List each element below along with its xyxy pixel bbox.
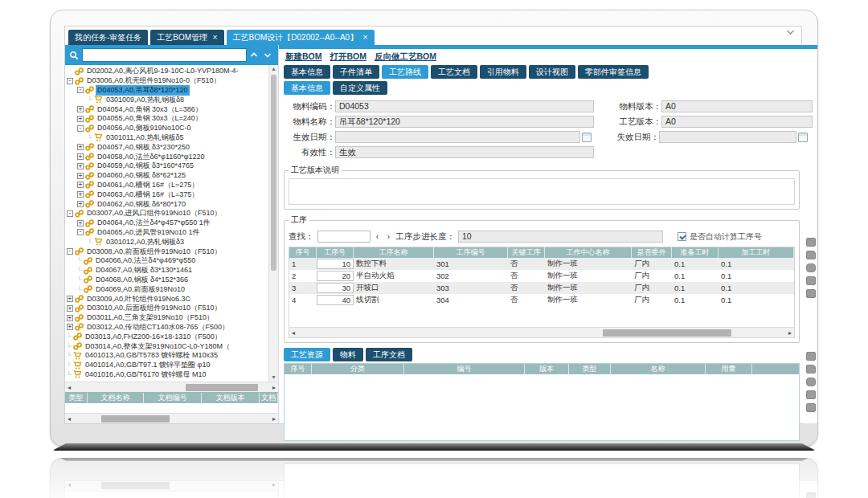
next-step-icon[interactable]: › — [385, 232, 393, 241]
effective-date-field[interactable] — [335, 131, 580, 143]
sub-tab[interactable]: 基本信息 — [284, 81, 330, 95]
search-next-icon[interactable] — [264, 52, 274, 58]
expand-icon[interactable]: + — [77, 220, 84, 227]
expand-icon[interactable]: + — [77, 116, 84, 122]
collapse-icon[interactable]: - — [67, 248, 73, 255]
detail-tab[interactable]: 设计视图 — [529, 65, 575, 79]
expand-icon[interactable]: + — [77, 201, 84, 207]
bom-action-link[interactable]: 新建BOM — [285, 51, 322, 63]
tree-item-label[interactable]: 0401016,A0,GB/T6170 镀锌螺母 M10 — [84, 369, 208, 380]
tree-item[interactable]: └D04067,A0,钢板 δ3*130*1461 — [67, 266, 267, 276]
tree-item[interactable]: +D04062,A0,钢板 δ6*80*170 — [67, 199, 267, 209]
auto-calc-checkbox[interactable] — [678, 232, 686, 241]
tree-item[interactable]: +D04055,A0,角钢 30x3（L=240） — [67, 114, 267, 124]
expand-icon[interactable]: + — [67, 324, 73, 330]
scroll-right-icon[interactable]: ▸ — [788, 329, 792, 337]
row-action-icon[interactable] — [806, 276, 816, 285]
expand-icon[interactable]: + — [77, 153, 84, 160]
tree-item[interactable]: +D04054,A0,角钢 30x3（L=386） — [67, 104, 267, 114]
tree-item[interactable]: +D04057,A0,钢板 δ3*230*250 — [67, 142, 267, 152]
tree-item[interactable]: +D03011,A0,三角支架919No10（F510） — [67, 313, 267, 323]
collapse-icon[interactable]: - — [67, 210, 73, 217]
expand-icon[interactable]: + — [77, 173, 84, 179]
calendar-icon[interactable] — [582, 133, 592, 142]
collapse-icon[interactable]: - — [77, 229, 84, 235]
tree-item[interactable]: └0301009,A0,热轧钢板δ8 — [67, 95, 267, 104]
tree-item[interactable]: └0301011,A0,热轧钢板δ5 — [67, 133, 267, 143]
process-version-field[interactable]: A0 — [661, 116, 813, 128]
window-menu-chevron-icon[interactable] — [786, 29, 795, 35]
scrollbar-thumb[interactable] — [186, 384, 258, 391]
tree-vertical-scrollbar[interactable]: ▲ ▼ — [268, 65, 278, 382]
resource-tab[interactable]: 工序文档 — [366, 348, 412, 361]
row-action-icon[interactable] — [806, 390, 816, 399]
window-tab[interactable]: 我的任务-审签任务 — [68, 30, 148, 45]
expand-icon[interactable]: + — [77, 144, 84, 150]
tree-item[interactable]: +D04060,A0,钢板 δ8*62*125 — [67, 171, 267, 181]
detail-tab[interactable]: 基本信息 — [284, 65, 330, 79]
tree-item[interactable]: └0401016,A0,GB/T6170 镀锌螺母 M10 — [67, 370, 267, 380]
expand-icon[interactable]: + — [67, 315, 73, 321]
detail-tab[interactable]: 子件清单 — [333, 65, 379, 79]
tree-horizontal-scrollbar[interactable]: ◂ ▸ — [65, 382, 278, 392]
row-action-icon[interactable] — [806, 238, 816, 247]
tree-item[interactable]: -D03008,A0,前面板组件919No10（F510） — [67, 247, 267, 256]
tree-item[interactable]: -D04056,A0,侧板919No10C-0 — [67, 124, 267, 133]
window-tab[interactable]: 工艺BOM设计【D02002--A0--A0】× — [227, 30, 375, 45]
process-horizontal-scrollbar[interactable]: ◂ ▸ — [289, 327, 794, 337]
step-length-field[interactable]: 10 — [458, 231, 663, 243]
expand-icon[interactable]: + — [67, 305, 73, 312]
detail-tab[interactable]: 工艺文档 — [431, 65, 477, 79]
scroll-right-icon[interactable]: ▸ — [272, 384, 276, 391]
close-icon[interactable]: × — [362, 33, 367, 42]
tree-item[interactable]: +D04064,A0,法兰δ4*φ457*φ550 1件 — [67, 218, 267, 228]
tree-item[interactable]: └D03013,A0,FHZ200-16×18-1310（F500） — [67, 332, 267, 341]
close-icon[interactable]: × — [212, 33, 217, 42]
scroll-left-icon[interactable]: ◂ — [68, 384, 71, 391]
scroll-left-icon[interactable]: ◂ — [292, 329, 295, 337]
scroll-left-icon[interactable]: ◂ — [68, 415, 71, 422]
tree-item[interactable]: +D03010,A0,后面板组件919No10（F510） — [67, 304, 267, 313]
detail-tab[interactable]: 引用物料 — [480, 65, 526, 79]
version-note-textarea[interactable] — [289, 178, 795, 205]
tree-item[interactable]: └D04066,A0,法兰δ4*φ469*φ550 — [67, 256, 267, 266]
scroll-up-icon[interactable]: ▲ — [269, 65, 278, 73]
expand-icon[interactable]: + — [77, 182, 84, 188]
row-action-icon[interactable] — [806, 378, 816, 386]
row-action-icon[interactable] — [806, 352, 816, 361]
bom-action-link[interactable]: 反向做工艺BOM — [375, 51, 436, 63]
expire-date-field[interactable] — [659, 131, 796, 143]
scroll-down-icon[interactable]: ▼ — [269, 374, 278, 382]
tree-search-input[interactable] — [82, 48, 247, 62]
row-action-icon[interactable] — [806, 263, 816, 272]
search-prev-icon[interactable] — [250, 52, 260, 58]
row-action-icon[interactable] — [806, 251, 816, 259]
tree-item[interactable]: └D04068,A0,钢板 δ4*152*366 — [67, 276, 267, 285]
process-table-row[interactable]: 440线切割304否制作一班厂内0.10.1 — [289, 294, 794, 306]
row-action-icon[interactable] — [806, 365, 816, 374]
validity-field[interactable]: 生效 — [335, 146, 594, 158]
tree-item[interactable]: -D04065,A0,进风管919No10 1件 — [67, 228, 267, 238]
row-action-icon[interactable] — [806, 289, 816, 298]
scrollbar-thumb[interactable] — [101, 415, 170, 422]
tree-item[interactable]: +D04063,A0,槽钢 16#（L=375） — [67, 190, 267, 199]
tree-item[interactable]: +D04059,A0,钢板 δ3*160*4765 — [67, 161, 267, 171]
window-tab[interactable]: 工艺BOM管理× — [150, 30, 223, 45]
bom-action-link[interactable]: 打开BOM — [330, 51, 367, 63]
material-version-field[interactable]: A0 — [661, 100, 813, 112]
tree-item[interactable]: -D03006,A0,机壳组件919No10-0（F510） — [67, 76, 267, 86]
resource-tab[interactable]: 工艺资源 — [284, 348, 330, 361]
detail-tab[interactable]: 工艺路线 — [382, 65, 428, 79]
resource-tab[interactable]: 物料 — [333, 348, 363, 361]
prev-step-icon[interactable]: ‹ — [374, 232, 382, 241]
calendar-icon[interactable] — [798, 133, 808, 142]
material-code-field[interactable]: D04053 — [335, 100, 594, 112]
auto-calc-option[interactable]: 是否自动计算工序号 — [678, 231, 762, 243]
expand-icon[interactable]: + — [77, 106, 84, 112]
tree-item[interactable]: -D04053,A0,吊耳δ8*120*120 — [67, 86, 267, 96]
tree-scrollbar-thumb[interactable] — [271, 75, 276, 271]
process-table-row[interactable]: 110数控下料301否制作一班厂内0.10.1 — [289, 258, 794, 270]
collapse-icon[interactable]: - — [77, 87, 84, 93]
tree-item[interactable]: └0401014,A0,GB/T97.1 镀锌平垫圈 φ10 — [67, 361, 267, 370]
material-name-field[interactable]: 吊耳δ8*120*120 — [335, 116, 594, 128]
